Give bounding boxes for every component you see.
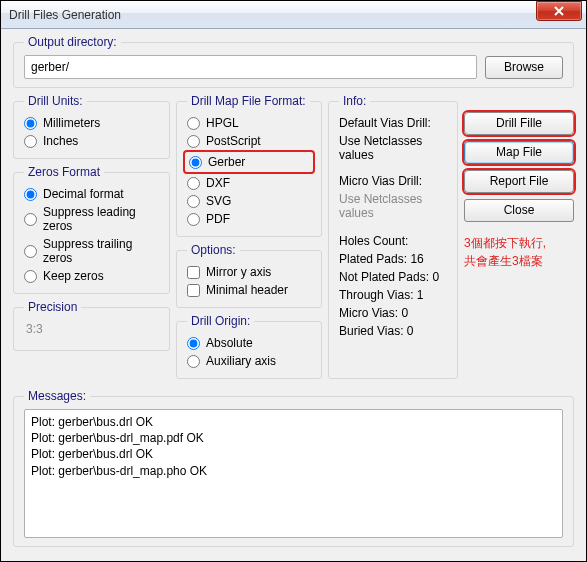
precision-value: 3:3 [24, 320, 159, 342]
zeros-format-group: Zeros Format Decimal format Suppress lea… [13, 165, 170, 294]
report-file-button[interactable]: Report File [464, 170, 574, 193]
holes-micro: Micro Vias: 0 [339, 304, 447, 322]
drill-origin-group: Drill Origin: Absolute Auxiliary axis [176, 314, 322, 379]
origin-auxiliary[interactable]: Auxiliary axis [187, 352, 311, 370]
radio-in[interactable] [24, 135, 37, 148]
default-vias-value: Use Netclasses values [339, 132, 447, 164]
drill-units-in[interactable]: Inches [24, 132, 159, 150]
drill-units-group: Drill Units: Millimeters Inches [13, 94, 170, 159]
zeros-suppress-trailing[interactable]: Suppress trailing zeros [24, 235, 159, 267]
radio-mm[interactable] [24, 117, 37, 130]
dialog-window: Drill Files Generation Output directory:… [0, 0, 587, 562]
precision-legend: Precision [24, 300, 81, 314]
output-directory-group: Output directory: Browse [13, 35, 574, 88]
options-group: Options: Mirror y axis Minimal header [176, 243, 322, 308]
messages-group: Messages: Plot: gerber\bus.drl OK Plot: … [13, 389, 574, 547]
window-title: Drill Files Generation [9, 8, 536, 22]
close-icon [553, 6, 565, 16]
map-svg[interactable]: SVG [187, 192, 311, 210]
output-directory-input[interactable] [24, 55, 477, 79]
holes-plated: Plated Pads: 16 [339, 250, 447, 268]
messages-legend: Messages: [24, 389, 90, 403]
window-close-button[interactable] [536, 1, 582, 21]
annotation-gerber-highlight: Gerber [183, 150, 315, 174]
opt-mirror-y[interactable]: Mirror y axis [187, 263, 311, 281]
holes-not-plated: Not Plated Pads: 0 [339, 268, 447, 286]
drill-origin-legend: Drill Origin: [187, 314, 254, 328]
map-hpgl[interactable]: HPGL [187, 114, 311, 132]
info-group: Info: Default Vias Drill: Use Netclasses… [328, 94, 458, 379]
zeros-format-legend: Zeros Format [24, 165, 104, 179]
titlebar: Drill Files Generation [1, 1, 586, 29]
drill-map-legend: Drill Map File Format: [187, 94, 310, 108]
info-legend: Info: [339, 94, 370, 108]
zeros-suppress-leading[interactable]: Suppress leading zeros [24, 203, 159, 235]
drill-file-button[interactable]: Drill Fille [464, 112, 574, 135]
origin-absolute[interactable]: Absolute [187, 334, 311, 352]
map-dxf[interactable]: DXF [187, 174, 311, 192]
drill-map-format-group: Drill Map File Format: HPGL PostScript G… [176, 94, 322, 237]
holes-buried: Buried Vias: 0 [339, 322, 447, 340]
annotation-text: 3個都按下執行, 共會產生3檔案 [464, 234, 574, 270]
browse-button[interactable]: Browse [485, 56, 563, 79]
default-vias-label: Default Vias Drill: [339, 114, 447, 132]
messages-textarea[interactable]: Plot: gerber\bus.drl OK Plot: gerber\bus… [24, 409, 563, 538]
map-pdf[interactable]: PDF [187, 210, 311, 228]
zeros-decimal[interactable]: Decimal format [24, 185, 159, 203]
zeros-keep[interactable]: Keep zeros [24, 267, 159, 285]
map-file-button[interactable]: Map File [464, 141, 574, 164]
map-gerber[interactable]: Gerber [189, 153, 309, 171]
micro-vias-value: Use Netclasses values [339, 190, 447, 222]
opt-minimal-header[interactable]: Minimal header [187, 281, 311, 299]
map-postscript[interactable]: PostScript [187, 132, 311, 150]
holes-through: Through Vias: 1 [339, 286, 447, 304]
output-directory-legend: Output directory: [24, 35, 121, 49]
micro-vias-label: Micro Vias Drill: [339, 172, 447, 190]
drill-units-mm[interactable]: Millimeters [24, 114, 159, 132]
precision-group: Precision 3:3 [13, 300, 170, 351]
holes-count-label: Holes Count: [339, 232, 447, 250]
drill-units-legend: Drill Units: [24, 94, 87, 108]
close-button[interactable]: Close [464, 199, 574, 222]
options-legend: Options: [187, 243, 240, 257]
